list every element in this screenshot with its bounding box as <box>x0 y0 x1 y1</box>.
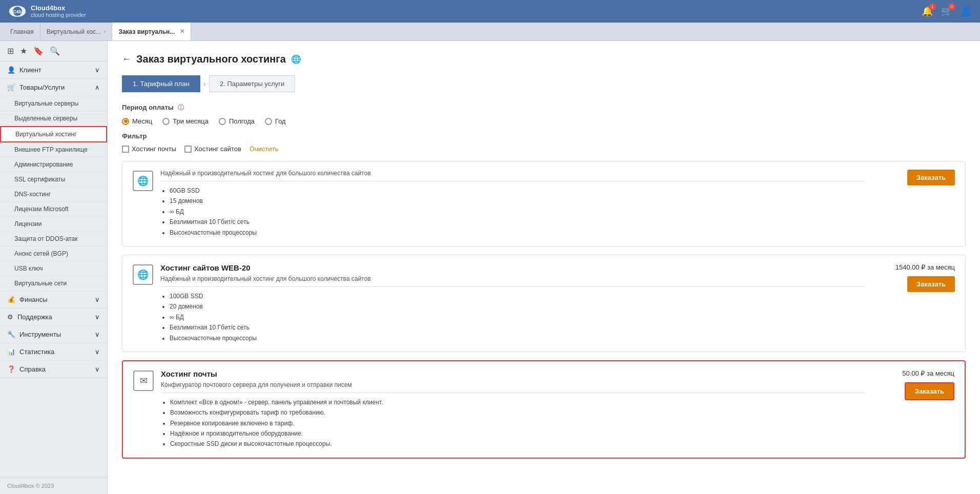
chevron-down-icon-stats: ∨ <box>95 348 100 356</box>
filter-label: Фильтр <box>122 132 966 140</box>
cart-badge: 0 <box>948 3 955 10</box>
sidebar-item-support[interactable]: ⚙Поддержка ∨ <box>0 308 107 326</box>
cart-icon: 🛒 <box>7 84 15 91</box>
sidebar-sub-ms-licenses[interactable]: Лицензии Microsoft <box>0 202 107 217</box>
sidebar-sub-virtual-servers[interactable]: Виртуальные серверы <box>0 96 107 111</box>
hosting-card-mail: ✉ Хостинг почты Конфигуратор почтового с… <box>122 360 966 459</box>
sidebar-sub-licenses[interactable]: Лицензии <box>0 217 107 232</box>
sidebar-sub-usb[interactable]: USB ключ <box>0 261 107 276</box>
card-icon-partial: 🌐 <box>133 171 153 191</box>
period-half-year[interactable]: Полгода <box>219 117 255 125</box>
tab-virtual-hosting[interactable]: Виртуальный хос... › <box>40 23 113 40</box>
period-label: Период оплаты ⓘ <box>122 104 966 112</box>
search-icon[interactable]: 🔍 <box>50 46 60 56</box>
period-options: Месяц Три месяца Полгода Год <box>122 117 966 125</box>
card-price-web20: 1540.00 ₽ за месяц <box>895 263 955 271</box>
bookmark-icon[interactable]: 🔖 <box>33 46 44 56</box>
page-title: Заказ виртуального хостинга <box>136 53 286 65</box>
sidebar-sub-bgp[interactable]: Анонс сетей (BGP) <box>0 246 107 261</box>
chevron-down-icon-finance: ∨ <box>95 296 100 303</box>
svg-text:C4b: C4b <box>13 9 22 14</box>
card-right-web20: 1540.00 ₽ за месяц Заказать <box>873 263 955 292</box>
radio-three-months-icon <box>162 118 170 125</box>
card-right-mail: 50.00 ₽ за месяц Заказать <box>872 369 954 400</box>
card-content-mail: Хостинг почты Конфигуратор почтового сер… <box>161 369 864 449</box>
sidebar-item-finance[interactable]: 💰Финансы ∨ <box>0 291 107 308</box>
hosting-card-partial: 🌐 Надёжный и производительный хостинг дл… <box>122 161 966 246</box>
period-three-months[interactable]: Три месяца <box>162 117 208 125</box>
chevron-down-icon-tools: ∨ <box>95 331 100 338</box>
sidebar-sub-dns[interactable]: DNS-хостинг <box>0 187 107 202</box>
main-layout: ⊞ ★ 🔖 🔍 👤Клиент ∨ 🛒Товары/Услуги ∧ Вирту… <box>0 41 980 494</box>
sidebar-item-stats[interactable]: 📊Статистика ∨ <box>0 343 107 361</box>
card-price-mail: 50.00 ₽ за месяц <box>902 369 954 377</box>
help-icon: ❓ <box>7 365 15 373</box>
period-month[interactable]: Месяц <box>122 117 152 125</box>
card-left-web20: 🌐 Хостинг сайтов WEB-20 Надёжный и произ… <box>133 263 865 343</box>
filter-site-hosting[interactable]: Хостинг сайтов <box>184 145 241 153</box>
finance-icon: 💰 <box>7 296 15 303</box>
user-icon: 👤 <box>7 66 15 74</box>
card-left-partial: 🌐 Надёжный и производительный хостинг дл… <box>133 170 865 238</box>
tab-bar: Главная Виртуальный хос... › Заказ вирту… <box>0 23 980 41</box>
chevron-down-icon-help: ∨ <box>95 365 100 373</box>
chevron-down-icon-support: ∨ <box>95 313 100 321</box>
sidebar-sub-dedicated-servers[interactable]: Выделенные серверы <box>0 111 107 126</box>
radio-month-icon <box>122 118 129 125</box>
period-help-icon[interactable]: ⓘ <box>178 104 184 111</box>
sidebar-footer: Cloud4box © 2023 <box>0 477 107 494</box>
sidebar-item-tools[interactable]: 🔧Инструменты ∨ <box>0 326 107 343</box>
tab-order-hosting[interactable]: Заказ виртуальн... ✕ <box>112 23 191 40</box>
page-header: ← Заказ виртуального хостинга 🌐 <box>122 53 966 65</box>
globe-icon[interactable]: 🌐 <box>291 54 301 64</box>
sidebar-toolbar: ⊞ ★ 🔖 🔍 <box>0 41 107 61</box>
step-params[interactable]: 2. Параметры услуги <box>209 75 295 92</box>
back-button[interactable]: ← <box>122 54 131 65</box>
cart-button[interactable]: 🛒 0 <box>941 6 952 17</box>
card-icon-mail: ✉ <box>133 370 154 391</box>
sidebar-sub-admin[interactable]: Администрирование <box>0 157 107 172</box>
sidebar-sub-virtual-nets[interactable]: Виртуальные сети <box>0 276 107 291</box>
hosting-card-web20: 🌐 Хостинг сайтов WEB-20 Надёжный и произ… <box>122 255 966 352</box>
card-right-partial: Заказать <box>873 170 955 186</box>
star-icon[interactable]: ★ <box>20 46 27 56</box>
filter-mail-hosting[interactable]: Хостинг почты <box>122 145 176 153</box>
radio-year-icon <box>265 118 272 125</box>
notification-badge: 1 <box>929 3 936 10</box>
chevron-up-icon: ∧ <box>95 84 100 91</box>
sidebar-sub-ddos[interactable]: Защита от DDOS-атак <box>0 232 107 246</box>
card-title-web20: Хостинг сайтов WEB-20 <box>160 263 865 272</box>
sidebar: ⊞ ★ 🔖 🔍 👤Клиент ∨ 🛒Товары/Услуги ∧ Вирту… <box>0 41 108 494</box>
sidebar-item-help[interactable]: ❓Справка ∨ <box>0 361 107 378</box>
tab-arrow: › <box>104 29 106 34</box>
sidebar-item-products[interactable]: 🛒Товары/Услуги ∧ <box>0 79 107 96</box>
content-area: ← Заказ виртуального хостинга 🌐 1. Тариф… <box>108 41 980 494</box>
sidebar-sub-ssl[interactable]: SSL сертификаты <box>0 172 107 187</box>
step-separator: › <box>200 79 209 89</box>
tab-close-icon[interactable]: ✕ <box>180 28 184 35</box>
checkbox-site-icon <box>184 146 192 153</box>
sidebar-nav: 👤Клиент ∨ 🛒Товары/Услуги ∧ Виртуальные с… <box>0 61 107 477</box>
logo: C4b Cloud4box cloud hosting provider <box>8 2 86 20</box>
notifications-button[interactable]: 🔔 1 <box>922 6 933 17</box>
sidebar-sub-ftp[interactable]: Внешнее FTP хранилище <box>0 142 107 157</box>
step-tariff[interactable]: 1. Тарифный план <box>122 75 200 92</box>
grid-icon[interactable]: ⊞ <box>7 46 14 56</box>
sidebar-item-client[interactable]: 👤Клиент ∨ <box>0 61 107 79</box>
chevron-down-icon: ∨ <box>95 66 100 74</box>
sidebar-sub-virtual-hosting[interactable]: Виртуальный хостинг <box>0 126 107 142</box>
order-button-web20[interactable]: Заказать <box>907 276 955 292</box>
card-features-web20: 100GB SSD 20 доменов ∞ БД Безлимитная 10… <box>160 291 865 343</box>
support-icon: ⚙ <box>7 313 13 321</box>
clear-filter-button[interactable]: Очистить <box>249 145 279 153</box>
order-button-partial[interactable]: Заказать <box>907 170 955 186</box>
logo-text: Cloud4box cloud hosting provider <box>31 4 86 19</box>
order-button-mail[interactable]: Заказать <box>905 382 954 400</box>
period-year[interactable]: Год <box>265 117 286 125</box>
card-desc-partial: Надёжный и производительный хостинг для … <box>160 170 865 177</box>
card-desc-mail: Конфигуратор почтового сервера для получ… <box>161 381 864 388</box>
tab-home[interactable]: Главная <box>4 23 40 40</box>
user-account-button[interactable]: 👤 <box>961 6 972 17</box>
card-title-mail: Хостинг почты <box>161 369 864 378</box>
header-actions: 🔔 1 🛒 0 👤 <box>922 6 972 17</box>
